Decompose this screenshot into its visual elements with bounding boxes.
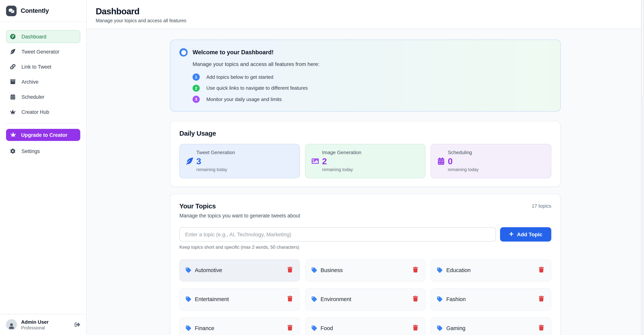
topic-row-entertainment: Entertainment (179, 288, 300, 310)
topic-label: Environment (320, 296, 351, 302)
topic-label: Food (320, 325, 333, 331)
upgrade-label: Upgrade to Creator (21, 132, 68, 138)
usage-caption: remaining today (196, 167, 235, 172)
sidebar: Contently DashboardTweet GeneratorLink t… (0, 0, 87, 335)
usage-label: Tweet Generation (196, 150, 235, 156)
topic-row-finance: Finance (179, 317, 300, 335)
topic-row-business: Business (305, 259, 426, 281)
feather-icon (186, 157, 193, 165)
sidebar-item-label: Settings (22, 148, 40, 154)
usage-tile-image-generation: Image Generation2remaining today (305, 144, 426, 178)
page-content: Welcome to your Dashboard! Manage your t… (87, 29, 644, 335)
topic-label: Education (446, 267, 471, 273)
daily-usage-card: Daily Usage Tweet Generation3remaining t… (170, 121, 561, 187)
archive-icon (10, 79, 16, 84)
delete-topic-button[interactable] (538, 266, 545, 274)
upgrade-to-creator-button[interactable]: Upgrade to Creator (6, 129, 80, 141)
sidebar-item-tweet-generator[interactable]: Tweet Generator (6, 45, 80, 58)
topic-label: Automotive (195, 267, 222, 273)
step-number-badge: 3 (192, 96, 200, 103)
usage-tiles: Tweet Generation3remaining todayImage Ge… (179, 144, 551, 178)
link-icon (10, 64, 16, 69)
user-plan: Professional (21, 326, 48, 330)
topic-row-education: Education (431, 259, 551, 281)
trash-icon (538, 267, 544, 274)
chat-bubbles-icon (6, 6, 16, 16)
scrollbar[interactable] (641, 0, 644, 335)
topic-label: Fashion (446, 296, 466, 302)
delete-topic-button[interactable] (538, 295, 545, 303)
delete-topic-button[interactable] (412, 295, 419, 303)
trash-icon (538, 296, 544, 302)
sidebar-item-creator-hub[interactable]: Creator Hub (6, 106, 80, 118)
delete-topic-button[interactable] (538, 324, 545, 332)
tag-icon (437, 268, 442, 273)
trash-icon (538, 325, 544, 332)
welcome-card: Welcome to your Dashboard! Manage your t… (170, 40, 561, 111)
usage-value: 2 (322, 156, 361, 166)
topic-row-fashion: Fashion (431, 288, 551, 310)
daily-usage-title: Daily Usage (179, 130, 551, 137)
page-subtitle: Manage your topics and access all featur… (96, 18, 635, 24)
sidebar-item-settings[interactable]: Settings (6, 145, 80, 158)
tag-icon (437, 326, 442, 331)
gauge-icon (10, 34, 16, 39)
tag-icon (186, 326, 191, 331)
step-text: Monitor your daily usage and limits (206, 96, 282, 102)
welcome-step: 1Add topics below to get started (192, 74, 551, 80)
topic-helper-text: Keep topics short and specific (max 2 wo… (179, 244, 551, 250)
sidebar-item-scheduler[interactable]: Scheduler (6, 90, 80, 103)
topic-row-automotive: Automotive (179, 259, 300, 281)
brand-name: Contently (21, 7, 49, 14)
usage-tile-tweet-generation: Tweet Generation3remaining today (179, 144, 300, 178)
your-topics-card: Your Topics 17 topics Manage the topics … (170, 194, 561, 335)
tag-icon (312, 326, 317, 331)
sidebar-item-label: Link to Tweet (22, 64, 52, 70)
delete-topic-button[interactable] (412, 266, 419, 274)
sidebar-item-label: Archive (22, 79, 38, 84)
trash-icon (413, 325, 418, 332)
logout-icon[interactable] (74, 322, 80, 328)
topic-label: Business (320, 267, 343, 273)
gear-icon (10, 148, 16, 154)
sidebar-item-label: Creator Hub (22, 109, 49, 115)
sidebar-divider (6, 123, 80, 124)
crown-icon (10, 132, 16, 138)
trash-icon (287, 325, 292, 332)
image-icon (312, 157, 319, 165)
tag-icon (437, 296, 442, 302)
delete-topic-button[interactable] (286, 295, 293, 303)
brand-header: Contently (0, 0, 86, 22)
your-topics-subtitle: Manage the topics you want to generate t… (179, 213, 551, 219)
delete-topic-button[interactable] (286, 266, 293, 274)
trash-icon (413, 267, 418, 274)
sidebar-item-label: Scheduler (22, 94, 44, 100)
tag-icon (186, 268, 191, 273)
sidebar-item-link-to-tweet[interactable]: Link to Tweet (6, 60, 80, 73)
sidebar-item-label: Tweet Generator (22, 49, 59, 54)
plus-icon (509, 231, 514, 237)
usage-caption: remaining today (322, 167, 361, 172)
usage-value: 3 (196, 156, 235, 166)
welcome-title: Welcome to your Dashboard! (192, 49, 274, 56)
topic-row-environment: Environment (305, 288, 426, 310)
topic-label: Finance (195, 325, 214, 331)
delete-topic-button[interactable] (412, 324, 419, 332)
calendar-icon (10, 94, 16, 100)
sidebar-item-dashboard[interactable]: Dashboard (6, 30, 80, 43)
topic-input[interactable] (179, 227, 496, 241)
delete-topic-button[interactable] (286, 324, 293, 332)
trash-icon (413, 296, 418, 302)
step-text: Add topics below to get started (206, 74, 274, 80)
tag-icon (186, 296, 191, 302)
scrollbar-thumb[interactable] (642, 0, 644, 98)
gauge-icon (179, 48, 188, 56)
usage-label: Scheduling (448, 150, 479, 156)
topic-label: Entertainment (195, 296, 229, 302)
topic-grid: AutomotiveBusinessEducationEntertainment… (179, 259, 551, 335)
feather-icon (10, 49, 16, 54)
topic-row-gaming: Gaming (431, 317, 551, 335)
your-topics-title: Your Topics (179, 202, 216, 210)
add-topic-button[interactable]: Add Topic (500, 227, 551, 241)
sidebar-item-archive[interactable]: Archive (6, 75, 80, 88)
